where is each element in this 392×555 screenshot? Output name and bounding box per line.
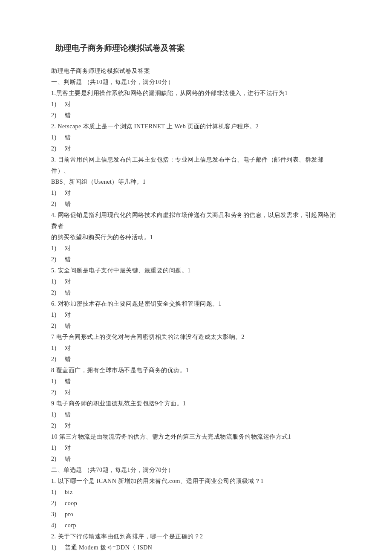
option-number: 3): [51, 509, 65, 520]
q6-option-1: 1)对: [51, 309, 341, 321]
option-text: biz: [65, 489, 73, 495]
subtitle-line: 助理电子商务师理论模拟试卷及答案: [51, 66, 341, 77]
option-number: 1): [51, 542, 65, 553]
option-text: 对: [65, 422, 71, 429]
option-number: 2): [51, 199, 65, 210]
option-text: 对: [65, 312, 71, 318]
question-4-line1: 4. 网络促销是指利用现代化的网络技术向虚拟市场传递有关商品和劳务的信息，以启发…: [51, 210, 341, 232]
question-3-line2: BBS、新闻组（Usenet）等几种。1: [51, 176, 341, 188]
option-number: 1): [51, 376, 65, 387]
option-number: 1): [51, 276, 65, 287]
option-number: 1): [51, 409, 65, 420]
option-number: 1): [51, 343, 65, 354]
option-text: 错: [65, 411, 71, 418]
q4-option-1: 1)对: [51, 243, 341, 254]
option-number: 2): [51, 420, 65, 431]
option-text: 错: [65, 112, 71, 119]
option-number: 2): [51, 354, 65, 365]
option-text: 错: [65, 289, 71, 296]
option-number: 2): [51, 287, 65, 298]
option-text: pro: [65, 511, 73, 517]
q7-option-2: 2)错: [51, 354, 341, 365]
section1-header: 一、判断题 （共10题，每题1分，满分10分）: [51, 77, 341, 88]
option-text: 错: [65, 201, 71, 207]
option-text: 对: [65, 101, 71, 107]
q10-option-1: 1)对: [51, 442, 341, 454]
q3-option-1: 1)对: [51, 188, 341, 199]
q1-option-1: 1)对: [51, 99, 341, 110]
option-text: 错: [65, 356, 71, 362]
option-text: corp: [65, 522, 76, 529]
q6-option-2: 2)错: [51, 321, 341, 332]
s2q2-option-1: 1)普通 Modem 拨号=DDN〈 ISDN: [51, 542, 341, 553]
q2-option-2: 2)对: [51, 143, 341, 154]
s2-question-1: 1. 以下哪一个是 ICANN 新增加的用来替代.com、适用于商业公司的顶级域…: [51, 476, 341, 487]
option-text: coop: [65, 500, 77, 506]
question-8: 8 覆盖面广，拥有全球市场不是电子商务的优势。1: [51, 365, 341, 376]
question-7: 7 电子合同形式上的变化对与合同密切相关的法律没有造成太大影响。2: [51, 332, 341, 343]
question-4-line2: 的购买欲望和购买行为的各种活动。1: [51, 232, 341, 243]
s2q1-option-3: 3)pro: [51, 509, 341, 520]
q2-option-1: 1)错: [51, 132, 341, 143]
page-title: 助理电子商务师理论模拟试卷及答案: [55, 43, 341, 54]
option-text: 对: [65, 145, 71, 152]
q5-option-1: 1)对: [51, 276, 341, 287]
option-number: 1): [51, 442, 65, 454]
s2q1-option-2: 2)coop: [51, 498, 341, 509]
option-text: 错: [65, 456, 71, 462]
option-number: 4): [51, 520, 65, 531]
option-number: 2): [51, 254, 65, 265]
q10-option-2: 2)错: [51, 454, 341, 465]
option-number: 2): [51, 454, 65, 465]
option-number: 1): [51, 487, 65, 498]
q8-option-1: 1)错: [51, 376, 341, 387]
q3-option-2: 2)错: [51, 199, 341, 210]
option-text: 对: [65, 190, 71, 196]
option-number: 2): [51, 498, 65, 509]
option-text: 普通 Modem 拨号=DDN〈 ISDN: [65, 544, 152, 551]
q4-option-2: 2)错: [51, 254, 341, 265]
option-number: 1): [51, 132, 65, 143]
option-text: 对: [65, 445, 71, 451]
question-5: 5. 安全问题是电子支付中最关键、最重要的问题。1: [51, 265, 341, 276]
question-10: 10 第三方物流是由物流劳务的供方、需方之外的第三方去完成物流服务的物流运作方式…: [51, 431, 341, 442]
option-text: 对: [65, 389, 71, 396]
option-number: 2): [51, 321, 65, 332]
option-text: 错: [65, 378, 71, 384]
option-number: 1): [51, 99, 65, 110]
option-number: 1): [51, 243, 65, 254]
q5-option-2: 2)错: [51, 287, 341, 298]
q9-option-1: 1)错: [51, 409, 341, 420]
question-3-line1: 3. 目前常用的网上信息发布的工具主要包括：专业网上信息发布平台、电子邮件（邮件…: [51, 154, 341, 176]
question-6: 6. 对称加密技术存在的主要问题是密钥安全交换和管理问题。1: [51, 298, 341, 309]
option-number: 1): [51, 309, 65, 321]
q8-option-2: 2)对: [51, 387, 341, 398]
option-text: 对: [65, 245, 71, 251]
question-1: 1.黑客主要是利用操作系统和网络的漏洞缺陷，从网络的外部非法侵入，进行不法行为1: [51, 88, 341, 99]
option-number: 2): [51, 387, 65, 398]
q7-option-1: 1)对: [51, 343, 341, 354]
question-2: 2. Netscape 本质上是一个浏览 INTERNET 上 Web 页面的计…: [51, 121, 341, 132]
option-number: 2): [51, 110, 65, 121]
option-number: 2): [51, 143, 65, 154]
s2q1-option-1: 1)biz: [51, 487, 341, 498]
option-text: 对: [65, 345, 71, 351]
q1-option-2: 2)错: [51, 110, 341, 121]
option-text: 对: [65, 278, 71, 285]
option-text: 错: [65, 323, 71, 329]
option-text: 错: [65, 134, 71, 141]
option-text: 错: [65, 256, 71, 263]
section2-header: 二、单选题 （共70题，每题1分，满分70分）: [51, 465, 341, 476]
s2q1-option-4: 4)corp: [51, 520, 341, 531]
question-9: 9 电子商务师的职业道德规范主要包括9个方面。1: [51, 398, 341, 409]
option-number: 1): [51, 188, 65, 199]
s2-question-2: 2. 关于下行传输速率由低到高排序，哪一个是正确的？2: [51, 531, 341, 542]
q9-option-2: 2)对: [51, 420, 341, 431]
